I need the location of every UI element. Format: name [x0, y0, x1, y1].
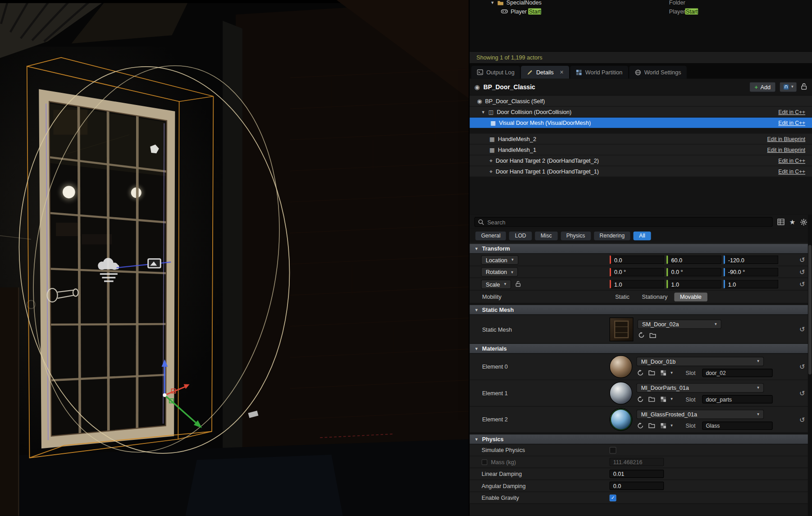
display-grid-icon[interactable]	[777, 219, 785, 225]
billboard-sprite-icon[interactable]	[148, 259, 161, 268]
edit-in-blueprint-link[interactable]: Edit in Blueprint	[767, 136, 806, 142]
browse-to-asset-icon[interactable]	[649, 331, 657, 339]
rotation-z-field[interactable]: -90.0 °	[723, 268, 778, 277]
component-row-visual-door-mesh[interactable]: ▦ Visual Door Mesh (VisualDoorMesh) Edit…	[470, 118, 812, 128]
material-slot-field[interactable]: Glass	[702, 421, 772, 429]
edit-in-cpp-link[interactable]: Edit in C++	[778, 157, 805, 164]
component-row-door-hand-target2[interactable]: ⌖ Door Hand Target 2 (DoorHandTarget_2) …	[470, 155, 812, 166]
reset-icon[interactable]: ↺	[799, 268, 805, 276]
scale-lock-icon[interactable]	[515, 280, 521, 288]
add-component-button[interactable]: + Add	[749, 82, 776, 92]
component-row-handlemesh1[interactable]: ▦ HandleMesh_1 Edit in Blueprint	[470, 145, 812, 155]
section-transform[interactable]: ▼ Transform	[470, 244, 812, 254]
settings-gear-icon[interactable]	[800, 218, 807, 225]
blueprint-edit-button[interactable]: ▾	[780, 82, 797, 92]
section-materials[interactable]: ▼ Materials	[470, 344, 812, 354]
material-thumbnail[interactable]	[610, 408, 633, 431]
search-box[interactable]	[474, 217, 773, 227]
filter-rendering[interactable]: Rendering	[594, 231, 630, 240]
filter-misc[interactable]: Misc	[535, 231, 557, 240]
edit-in-blueprint-link[interactable]: Edit in Blueprint	[767, 146, 806, 153]
chevron-down-icon[interactable]: ▼	[490, 0, 494, 5]
location-x-field[interactable]: 0.0	[610, 256, 665, 265]
rotation-mode-dropdown[interactable]: Rotation ▾	[481, 267, 518, 277]
filter-all[interactable]: All	[634, 231, 651, 240]
close-icon[interactable]: ×	[560, 68, 563, 76]
tab-world-settings[interactable]: World Settings	[629, 66, 687, 79]
material-slot-field[interactable]: door_parts	[702, 395, 772, 403]
location-y-field[interactable]: 60.0	[666, 256, 721, 265]
use-selected-asset-icon[interactable]	[636, 369, 644, 376]
filter-lod[interactable]: LOD	[509, 231, 532, 240]
chevron-down-icon[interactable]: ▼	[481, 110, 485, 114]
search-input[interactable]	[487, 219, 769, 225]
material-slot-field[interactable]: door_02	[702, 369, 772, 377]
material-options-icon[interactable]	[659, 421, 667, 429]
chevron-down-icon: ▾	[511, 257, 514, 262]
scale-mode-dropdown[interactable]: Scale ▾	[481, 279, 511, 289]
tab-details[interactable]: Details ×	[521, 66, 569, 79]
material-asset-dropdown[interactable]: MI_GlassFrosted_01a ▾	[636, 409, 764, 419]
rotation-y-field[interactable]: 0.0 °	[666, 268, 721, 277]
outliner-row-folder[interactable]: ▼ SpecialNodes Folder	[470, 0, 812, 7]
tab-world-partition[interactable]: World Partition	[570, 66, 628, 79]
use-selected-asset-icon[interactable]	[636, 421, 644, 429]
mobility-static[interactable]: Static	[610, 292, 635, 301]
section-static-mesh[interactable]: ▼ Static Mesh	[470, 305, 812, 315]
lock-icon[interactable]	[801, 82, 807, 91]
browse-to-asset-icon[interactable]	[648, 369, 656, 376]
reset-icon[interactable]: ↺	[799, 325, 805, 333]
viewport-3d[interactable]	[0, 0, 469, 516]
material-options-icon[interactable]	[659, 369, 667, 376]
tab-output-log[interactable]: Output Log	[471, 66, 520, 79]
component-row-door-collision[interactable]: ▼ ◫ Door Collision (DoorCollision) Edit …	[470, 107, 812, 117]
mobility-stationary[interactable]: Stationary	[636, 292, 673, 301]
edit-in-cpp-link[interactable]: Edit in C++	[778, 119, 805, 126]
outliner-row-playerstart[interactable]: Player Start PlayerStart	[470, 7, 812, 15]
simulate-physics-checkbox[interactable]	[610, 447, 616, 453]
browse-to-asset-icon[interactable]	[648, 395, 656, 403]
filter-physics[interactable]: Physics	[561, 231, 591, 240]
location-mode-dropdown[interactable]: Location ▾	[481, 255, 518, 265]
row-enable-gravity: Enable Gravity ✓	[470, 492, 812, 504]
favorites-star-icon[interactable]: ★	[789, 218, 795, 226]
right-dock: ▼ SpecialNodes Folder Player Start Playe…	[469, 0, 812, 516]
material-asset-dropdown[interactable]: MI_Door_01b ▾	[636, 356, 764, 366]
static-mesh-asset-dropdown[interactable]: SM_Door_02a ▾	[638, 320, 721, 329]
material-asset-dropdown[interactable]: MI_DoorParts_01a ▾	[636, 383, 764, 393]
use-selected-asset-icon[interactable]	[636, 395, 644, 403]
reset-icon[interactable]: ↺	[799, 280, 805, 288]
use-selected-asset-icon[interactable]	[638, 331, 645, 339]
scale-x-field[interactable]: 1.0	[610, 280, 665, 289]
details-scrollbar[interactable]	[808, 215, 812, 516]
rotation-x-field[interactable]: 0.0 °	[610, 268, 665, 277]
component-row-self[interactable]: ◉ BP_Door_Classic (Self)	[470, 96, 812, 106]
location-z-field[interactable]: -120.0	[723, 256, 778, 265]
reset-icon[interactable]: ↺	[799, 389, 805, 397]
browse-to-asset-icon[interactable]	[648, 421, 656, 429]
component-row-door-hand-target1[interactable]: ⌖ Door Hand Target 1 (DoorHandTarget_1) …	[470, 166, 812, 177]
chevron-down-icon[interactable]: ▾	[671, 423, 673, 428]
section-physics[interactable]: ▼ Physics	[470, 434, 812, 444]
scale-z-field[interactable]: 1.0	[723, 280, 778, 289]
angular-damping-field[interactable]: 0.0	[610, 482, 664, 490]
material-options-icon[interactable]	[659, 395, 667, 403]
material-thumbnail[interactable]	[610, 382, 633, 405]
selected-actor-title: BP_Door_Classic	[484, 83, 535, 90]
edit-in-cpp-link[interactable]: Edit in C++	[778, 109, 805, 115]
edit-in-cpp-link[interactable]: Edit in C++	[778, 169, 805, 175]
material-thumbnail[interactable]	[610, 355, 633, 378]
mobility-movable[interactable]: Movable	[674, 292, 707, 301]
component-row-handlemesh2[interactable]: ▦ HandleMesh_2 Edit in Blueprint	[470, 134, 812, 144]
linear-damping-field[interactable]: 0.01	[610, 470, 664, 478]
scale-y-field[interactable]: 1.0	[666, 280, 721, 289]
static-mesh-thumbnail[interactable]	[610, 317, 634, 341]
mass-override-checkbox[interactable]	[482, 459, 488, 465]
reset-icon[interactable]: ↺	[799, 256, 805, 264]
chevron-down-icon[interactable]: ▾	[671, 397, 673, 401]
filter-general[interactable]: General	[475, 231, 506, 240]
enable-gravity-checkbox[interactable]: ✓	[610, 494, 616, 501]
reset-icon[interactable]: ↺	[799, 416, 805, 423]
chevron-down-icon[interactable]: ▾	[671, 370, 673, 375]
reset-icon[interactable]: ↺	[799, 363, 805, 370]
